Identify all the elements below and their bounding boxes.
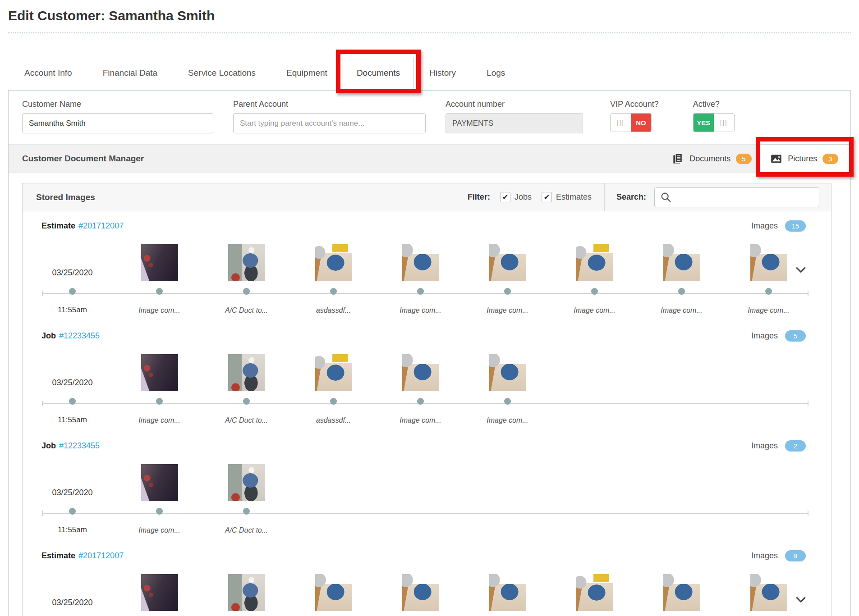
- image-thumbnail[interactable]: [576, 574, 613, 611]
- group-type: Job: [41, 331, 56, 341]
- image-count-badge: 9: [785, 550, 806, 561]
- timeline-column: Image com...: [551, 233, 638, 315]
- vip-field-group: VIP Account? ||| NO: [610, 100, 659, 133]
- dotted-divider: [8, 32, 851, 33]
- timeline-dot: [765, 288, 772, 295]
- parent-account-input[interactable]: [233, 113, 426, 133]
- timeline-column: [638, 563, 725, 616]
- timeline-column: 03/25/2020 11:55am: [29, 233, 116, 315]
- image-group-body: 03/25/2020: [23, 561, 831, 616]
- timeline-dot: [69, 398, 76, 405]
- image-group-header: Job #12233455 Images 2: [23, 438, 831, 452]
- image-thumbnail[interactable]: [402, 354, 439, 391]
- image-thumbnail[interactable]: [228, 574, 265, 611]
- image-caption: Image com...: [661, 301, 702, 315]
- parent-account-field-group: Parent Account: [233, 100, 426, 133]
- image-thumbnail[interactable]: [141, 244, 178, 281]
- filter-label: Filter:: [468, 192, 490, 202]
- main-tab[interactable]: Logs: [471, 62, 520, 90]
- timeline-column: 03/25/2020 11:55am: [29, 453, 116, 534]
- image-count-badge: 15: [785, 220, 806, 232]
- image-thumbnail[interactable]: [663, 244, 700, 281]
- documents-subtab-label: Documents: [689, 154, 730, 164]
- image-thumbnail[interactable]: [402, 574, 439, 611]
- timeline-dot: [69, 508, 76, 515]
- image-thumbnail[interactable]: [228, 464, 265, 501]
- page: Edit Customer: Samantha Smith Account In…: [0, 0, 859, 616]
- active-label: Active?: [693, 100, 735, 109]
- main-tab[interactable]: Documents: [343, 57, 414, 91]
- document-manager-bar: Customer Document Manager Documents 5: [9, 144, 850, 173]
- timeline-dot: [591, 288, 598, 295]
- image-thumbnail[interactable]: [228, 354, 265, 391]
- group-number-link[interactable]: #12233455: [59, 331, 100, 341]
- timeline-dot: [156, 288, 163, 295]
- timeline-dot: [417, 288, 424, 295]
- image-thumbnail[interactable]: [315, 354, 352, 391]
- image-thumbnail[interactable]: [228, 244, 265, 281]
- main-tab[interactable]: History: [414, 62, 471, 90]
- chevron-down-icon[interactable]: [794, 593, 808, 607]
- image-thumbnail[interactable]: [663, 574, 700, 611]
- documents-icon: [672, 153, 684, 165]
- image-thumbnail[interactable]: [141, 574, 178, 611]
- vip-label: VIP Account?: [610, 100, 659, 109]
- main-tab[interactable]: Equipment: [271, 62, 343, 90]
- documents-subtab[interactable]: Documents 5: [666, 144, 758, 173]
- document-manager-title-bar: Customer Document Manager: [9, 144, 666, 173]
- timeline-column: [551, 563, 638, 616]
- group-type: Job: [41, 441, 56, 451]
- images-label: Images: [751, 551, 778, 561]
- customer-name-label: Customer Name: [22, 100, 213, 109]
- main-tab[interactable]: Service Locations: [173, 62, 271, 90]
- image-thumbnail[interactable]: [750, 244, 787, 281]
- customer-name-input[interactable]: [22, 113, 213, 133]
- image-caption: 11:55am: [58, 521, 87, 534]
- image-caption: asdassdf...: [316, 411, 351, 424]
- image-thumbnail[interactable]: [489, 244, 526, 281]
- timeline-dot: [504, 398, 511, 405]
- group-date: 03/25/2020: [52, 598, 92, 607]
- pictures-subtab[interactable]: Pictures 3: [758, 144, 850, 173]
- image-caption: Image com...: [138, 301, 180, 315]
- image-thumbnail[interactable]: [750, 574, 787, 611]
- tab-label: Logs: [487, 68, 505, 78]
- image-thumbnail[interactable]: [489, 574, 526, 611]
- image-thumbnail[interactable]: [315, 574, 352, 611]
- main-tab[interactable]: Financial Data: [87, 62, 173, 90]
- group-date: 03/25/2020: [52, 488, 92, 497]
- active-toggle-state: YES: [694, 114, 714, 132]
- active-toggle[interactable]: YES |||: [693, 113, 735, 132]
- image-thumbnail[interactable]: [315, 244, 352, 281]
- timeline-column: Image com...: [464, 233, 551, 315]
- search-icon: [660, 191, 672, 204]
- image-caption: A/C Duct to...: [225, 411, 268, 424]
- image-thumbnail[interactable]: [489, 354, 526, 391]
- filter-checkbox-jobs[interactable]: ✔ Jobs: [500, 192, 532, 202]
- image-group-body: 03/25/2020 11:55am Image com... A/C Duct…: [23, 342, 831, 427]
- document-manager-title: Customer Document Manager: [22, 154, 144, 164]
- image-thumbnail[interactable]: [576, 244, 613, 281]
- image-group-header: Estimate #201712007 Images 15: [23, 218, 831, 232]
- group-number-link[interactable]: #201712007: [78, 221, 124, 231]
- group-number-link[interactable]: #201712007: [78, 551, 124, 561]
- timeline-column: A/C Duct to...: [203, 343, 290, 424]
- chevron-down-icon[interactable]: [794, 263, 808, 277]
- vip-toggle-state: NO: [631, 114, 651, 132]
- timeline-dot: [156, 398, 163, 405]
- image-thumbnail[interactable]: [141, 464, 178, 501]
- tab-label: Service Locations: [188, 68, 256, 78]
- image-thumbnail[interactable]: [141, 354, 178, 391]
- timeline-column: [116, 563, 203, 616]
- group-type: Estimate: [41, 551, 75, 561]
- vip-toggle[interactable]: ||| NO: [610, 113, 652, 132]
- image-thumbnail[interactable]: [402, 244, 439, 281]
- filter-checkbox-estimates[interactable]: ✔ Estimates: [542, 192, 592, 202]
- search-input[interactable]: [654, 187, 819, 207]
- stored-images-title: Stored Images: [23, 183, 468, 211]
- page-title: Edit Customer: Samantha Smith: [8, 5, 851, 32]
- timeline-column: Image com...: [116, 343, 203, 424]
- group-number-link[interactable]: #12233455: [59, 441, 100, 451]
- timeline-column: 03/25/2020: [29, 563, 116, 616]
- main-tab[interactable]: Account Info: [9, 62, 87, 90]
